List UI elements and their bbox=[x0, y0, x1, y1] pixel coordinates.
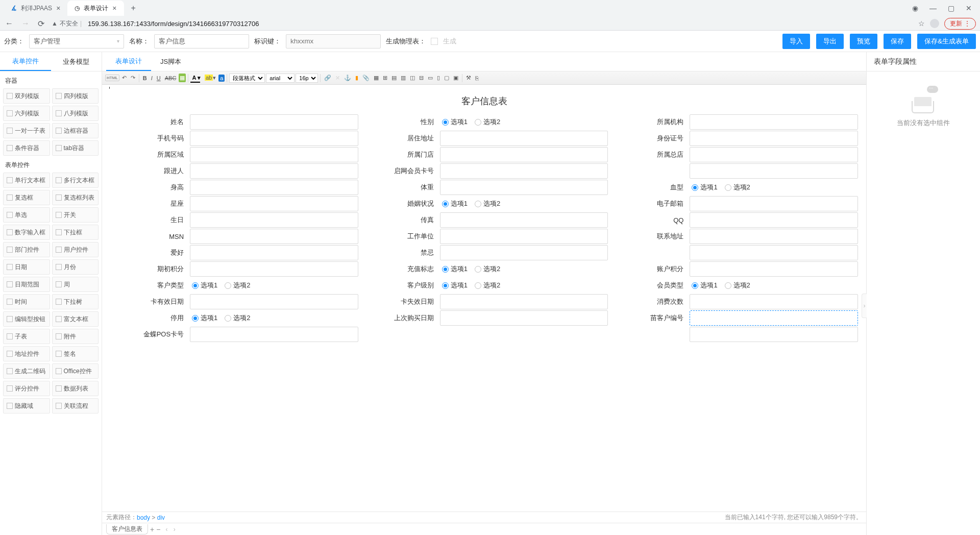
close-icon[interactable]: × bbox=[56, 4, 60, 12]
security-warning[interactable]: ▲ 不安全 | bbox=[52, 19, 82, 28]
radio-group[interactable]: 选项1选项2 bbox=[440, 261, 608, 277]
bookmark-icon[interactable]: ☆ bbox=[918, 19, 925, 28]
bold-icon[interactable]: B bbox=[141, 74, 149, 82]
cell3-icon[interactable]: ▢ bbox=[443, 74, 451, 82]
widget-item-4[interactable]: 单选 bbox=[3, 207, 50, 223]
text-input[interactable] bbox=[690, 163, 858, 179]
text-input[interactable] bbox=[440, 163, 608, 179]
minimize-icon[interactable]: — bbox=[929, 4, 937, 12]
text-input[interactable] bbox=[190, 114, 358, 130]
container-item-1[interactable]: 四列模版 bbox=[52, 88, 99, 104]
widget-item-11[interactable]: 月份 bbox=[52, 259, 99, 275]
radio-option[interactable]: 选项2 bbox=[475, 281, 500, 290]
radio-option[interactable]: 选项1 bbox=[442, 117, 468, 127]
text-input[interactable] bbox=[190, 212, 358, 228]
canvas-scroll[interactable]: 客户信息表 姓名性别选项1选项2所属机构手机号码居住地址身份证号所属区域所属门店… bbox=[102, 85, 866, 512]
widget-item-7[interactable]: 下拉框 bbox=[52, 225, 99, 240]
insert-col-icon[interactable]: ▥ bbox=[399, 74, 407, 82]
preview-button[interactable]: 预览 bbox=[850, 34, 877, 49]
radio-group[interactable]: 选项1选项2 bbox=[440, 114, 608, 130]
html-source-button[interactable]: HTML bbox=[105, 75, 119, 81]
text-input[interactable] bbox=[690, 261, 858, 277]
text-input[interactable] bbox=[690, 245, 858, 260]
widget-item-25[interactable]: 数据列表 bbox=[52, 381, 99, 396]
radio-option[interactable]: 选项1 bbox=[442, 264, 468, 274]
radio-option[interactable]: 选项2 bbox=[475, 199, 500, 208]
maximize-icon[interactable]: ▢ bbox=[948, 4, 954, 12]
text-input[interactable] bbox=[690, 212, 858, 228]
text-input[interactable] bbox=[690, 229, 858, 244]
unlink-icon[interactable]: ⤫ bbox=[334, 74, 341, 82]
font-size-select[interactable]: 16px bbox=[296, 74, 318, 83]
text-input[interactable] bbox=[190, 245, 358, 260]
text-input[interactable] bbox=[690, 114, 858, 130]
cell4-icon[interactable]: ▣ bbox=[452, 74, 460, 82]
text-input[interactable] bbox=[440, 229, 608, 244]
expand-right-handle[interactable]: › bbox=[862, 294, 867, 318]
radio-group[interactable]: 选项1选项2 bbox=[190, 278, 358, 293]
container-item-5[interactable]: 边框容器 bbox=[52, 123, 99, 138]
split-icon[interactable]: ⊟ bbox=[418, 74, 425, 82]
text-input[interactable] bbox=[190, 147, 358, 162]
tab-biz-model[interactable]: 业务模型 bbox=[51, 52, 102, 71]
save-generate-button[interactable]: 保存&生成表单 bbox=[917, 34, 976, 49]
text-input[interactable] bbox=[440, 310, 608, 326]
info-icon[interactable]: ◉ bbox=[912, 4, 918, 12]
url-text[interactable]: 159.36.138.167:1433/form/design/13416663… bbox=[88, 20, 259, 28]
radio-option[interactable]: 选项2 bbox=[475, 264, 500, 274]
link-icon[interactable]: 🔗 bbox=[323, 74, 333, 82]
underline-icon[interactable]: U bbox=[155, 74, 162, 82]
copy-icon[interactable]: ⎘ bbox=[474, 74, 480, 82]
highlight-icon[interactable]: ab▾ bbox=[203, 74, 217, 82]
radio-option[interactable]: 选项1 bbox=[192, 313, 217, 323]
new-tab-button[interactable]: + bbox=[128, 3, 139, 14]
add-sheet-button[interactable]: + bbox=[150, 525, 154, 533]
close-icon[interactable]: × bbox=[112, 4, 116, 12]
text-input[interactable] bbox=[440, 131, 608, 146]
container-item-4[interactable]: 一对一子表 bbox=[3, 123, 50, 138]
radio-option[interactable]: 选项2 bbox=[725, 281, 750, 290]
radio-group[interactable]: 选项1选项2 bbox=[690, 180, 858, 195]
redo-icon[interactable]: ↷ bbox=[129, 74, 137, 82]
tab-form-design[interactable]: 表单设计 bbox=[106, 52, 151, 71]
radio-option[interactable]: 选项2 bbox=[225, 281, 250, 290]
text-input[interactable] bbox=[190, 180, 358, 195]
widget-item-16[interactable]: 编辑型按钮 bbox=[3, 311, 50, 327]
widget-item-22[interactable]: 生成二维码 bbox=[3, 363, 50, 379]
text-input[interactable] bbox=[190, 163, 358, 179]
font-family-select[interactable]: arial bbox=[266, 74, 295, 83]
text-input[interactable] bbox=[190, 196, 358, 211]
sheet-nav[interactable]: ‹ › bbox=[162, 526, 177, 533]
widget-item-8[interactable]: 部门控件 bbox=[3, 242, 50, 257]
widget-item-12[interactable]: 日期范围 bbox=[3, 277, 50, 292]
gen-checkbox[interactable] bbox=[431, 38, 438, 45]
text-input[interactable] bbox=[690, 327, 858, 342]
widget-item-20[interactable]: 地址控件 bbox=[3, 346, 50, 361]
text-input[interactable] bbox=[690, 147, 858, 162]
radio-group[interactable]: 选项1选项2 bbox=[690, 278, 858, 293]
name-input[interactable] bbox=[154, 34, 249, 48]
radio-option[interactable]: 选项1 bbox=[692, 281, 717, 290]
text-input[interactable] bbox=[190, 229, 358, 244]
text-input[interactable] bbox=[190, 327, 358, 342]
insert-row-icon[interactable]: ▤ bbox=[390, 74, 398, 82]
attach-icon[interactable]: 📎 bbox=[361, 74, 371, 82]
widget-item-15[interactable]: 下拉树 bbox=[52, 294, 99, 309]
text-input[interactable] bbox=[440, 212, 608, 228]
radio-option[interactable]: 选项1 bbox=[442, 281, 468, 290]
text-input[interactable] bbox=[440, 147, 608, 162]
undo-icon[interactable]: ↶ bbox=[120, 74, 128, 82]
remove-sheet-button[interactable]: − bbox=[156, 525, 160, 533]
radio-option[interactable]: 选项2 bbox=[475, 117, 500, 127]
widget-item-10[interactable]: 日期 bbox=[3, 259, 50, 275]
text-input[interactable] bbox=[190, 131, 358, 146]
widget-item-5[interactable]: 开关 bbox=[52, 207, 99, 223]
path-div[interactable]: div bbox=[157, 514, 165, 521]
italic-icon[interactable]: I bbox=[150, 74, 154, 82]
container-item-3[interactable]: 八列模版 bbox=[52, 106, 99, 121]
tool-icon[interactable]: ⚒ bbox=[464, 74, 473, 82]
radio-option[interactable]: 选项1 bbox=[192, 281, 217, 290]
browser-tab-0[interactable]: ∡ 利洋JPAAS × bbox=[4, 1, 67, 16]
radio-option[interactable]: 选项2 bbox=[725, 183, 750, 192]
save-button[interactable]: 保存 bbox=[884, 34, 911, 49]
